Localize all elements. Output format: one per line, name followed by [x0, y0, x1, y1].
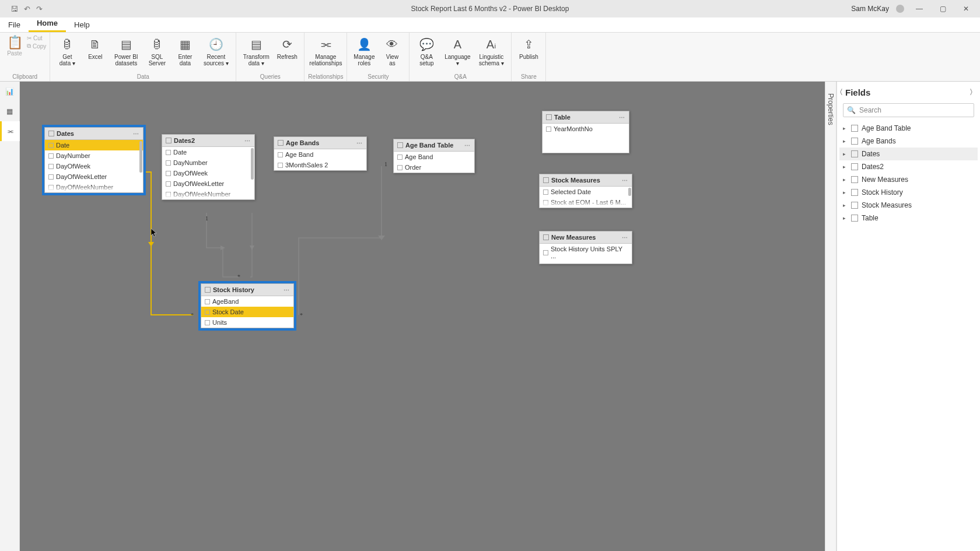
group-qa: Q&A — [454, 72, 467, 81]
group-security: Security — [368, 72, 388, 81]
manage-relationships-button[interactable]: ⫘Manage relationships — [309, 35, 342, 66]
enter-data-button[interactable]: ▦Enter data — [172, 35, 198, 66]
tab-help[interactable]: Help — [66, 17, 98, 32]
recent-sources-button[interactable]: 🕘Recent sources ▾ — [200, 35, 232, 66]
linguistic-schema-button[interactable]: AᵢLinguistic schema ▾ — [475, 35, 508, 66]
window-title: Stock Report Last 6 Months v2 - Power BI… — [411, 5, 569, 13]
group-relationships: Relationships — [308, 72, 343, 81]
view-as-button[interactable]: 👁View as — [379, 35, 405, 66]
tab-home[interactable]: Home — [29, 16, 66, 32]
titlebar: 🖫 ↶ ↷ Stock Report Last 6 Months v2 - Po… — [0, 0, 980, 17]
close-button[interactable]: ✕ — [958, 5, 974, 13]
group-share: Share — [521, 72, 537, 81]
avatar[interactable] — [896, 5, 904, 13]
pbi-datasets-button[interactable]: ▤Power BI datasets — [110, 35, 142, 66]
transform-data-button[interactable]: ▤Transform data ▾ — [240, 35, 272, 66]
undo-icon[interactable]: ↶ — [24, 5, 30, 13]
save-icon[interactable]: 🖫 — [10, 5, 18, 13]
user-name[interactable]: Sam McKay — [851, 5, 889, 13]
sql-server-button[interactable]: 🛢SQL Server — [144, 35, 170, 66]
get-data-button[interactable]: 🛢Get data ▾ — [54, 35, 80, 66]
restore-button[interactable]: ▢ — [935, 5, 951, 13]
qa-setup-button[interactable]: 💬Q&A setup — [413, 35, 440, 66]
copy-button: ⧉ Copy — [27, 43, 46, 50]
excel-button[interactable]: 🗎Excel — [82, 35, 108, 60]
publish-button[interactable]: ⇪Publish — [515, 35, 542, 60]
group-queries: Queries — [260, 72, 281, 81]
menu-tabs: File Home Help — [0, 17, 980, 33]
cut-button: ✂ Cut — [27, 35, 46, 41]
tab-file[interactable]: File — [0, 17, 29, 32]
language-button[interactable]: ALanguage ▾ — [441, 35, 474, 66]
refresh-button[interactable]: ⟳Refresh — [274, 35, 300, 60]
redo-icon[interactable]: ↷ — [36, 5, 43, 13]
manage-roles-button[interactable]: 👤Manage roles — [351, 35, 377, 66]
ribbon: 📋 Paste ✂ Cut ⧉ Copy Clipboard 🛢Get data… — [0, 33, 980, 82]
group-data: Data — [137, 72, 149, 81]
paste-button: 📋 Paste — [4, 35, 26, 57]
minimize-button[interactable]: — — [911, 5, 928, 13]
group-clipboard: Clipboard — [12, 72, 37, 81]
